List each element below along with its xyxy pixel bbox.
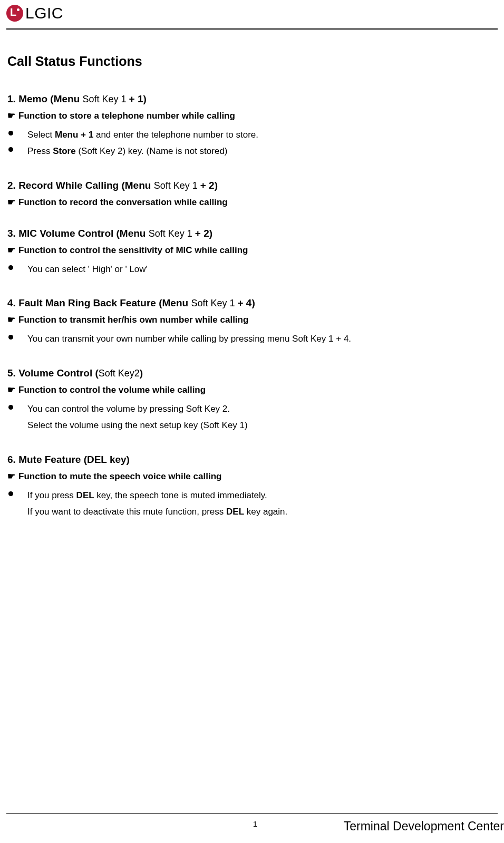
list-item: Press Store (Soft Key 2) key. (Name is n… <box>7 143 497 159</box>
footer-divider <box>6 813 498 814</box>
list-item: If you want to deactivate this mute func… <box>7 503 497 520</box>
section-title-a: Fault Man Ring Back Feature (Menu <box>18 297 191 308</box>
item-pre: You can control the volume by pressing S… <box>27 404 230 414</box>
function-text: Function to control the sensitivity of M… <box>18 245 248 255</box>
section-2: 2. Record While Calling (Menu Soft Key 1… <box>7 180 497 208</box>
section-heading: 4. Fault Man Ring Back Feature (Menu Sof… <box>7 297 497 309</box>
bullet-icon <box>8 265 13 270</box>
item-pre: If you want to deactivate this mute func… <box>27 507 226 517</box>
section-title-a: Record While Calling (Menu <box>18 180 154 191</box>
item-bold: Store <box>53 146 75 156</box>
item-pre: You can select ' High' or ' Low' <box>27 264 148 274</box>
item-pre: Select the volume using the next setup k… <box>27 420 248 430</box>
item-bold: DEL <box>76 490 94 500</box>
section-title-a: Memo (Menu <box>18 93 82 104</box>
pointer-icon: ☛ <box>7 385 15 395</box>
section-heading: 1. Memo (Menu Soft Key 1 + 1) <box>7 93 497 105</box>
section-number: 3. <box>7 228 18 239</box>
function-text: Function to transmit her/his own number … <box>18 315 248 325</box>
function-description: ☛Function to control the sensitivity of … <box>7 245 497 256</box>
item-pre: Select <box>27 130 55 140</box>
section-number: 2. <box>7 180 18 191</box>
list-item: You can select ' High' or ' Low' <box>7 261 497 277</box>
lg-logo-icon <box>6 5 23 22</box>
page-title: Call Status Functions <box>7 54 497 69</box>
item-post: and enter the telephone number to store. <box>93 130 258 140</box>
bullet-list: You can transmit your own number while c… <box>7 331 497 347</box>
section-6: 6. Mute Feature (DEL key)☛Function to mu… <box>7 454 497 520</box>
section-title-b: ) <box>140 367 143 379</box>
bullet-icon <box>8 147 13 152</box>
section-title-key: Soft Key 1 <box>191 298 237 308</box>
section-number: 1. <box>7 93 18 104</box>
pointer-icon: ☛ <box>7 245 15 255</box>
bullet-icon <box>8 491 13 496</box>
function-description: ☛Function to mute the speech voice while… <box>7 471 497 482</box>
bullet-list: Select Menu + 1 and enter the telephone … <box>7 127 497 160</box>
page-number: 1 <box>253 819 257 828</box>
header: LGIC <box>0 0 504 28</box>
section-title-b: + 2) <box>200 180 218 191</box>
item-post: key again. <box>244 507 287 517</box>
list-item: Select the volume using the next setup k… <box>7 417 497 433</box>
pointer-icon: ☛ <box>7 197 15 207</box>
section-title-key: Soft Key 1 <box>149 228 195 239</box>
logo-text: LGIC <box>25 4 63 22</box>
function-text: Function to record the conversation whil… <box>18 197 228 207</box>
bullet-list: If you press DEL key, the speech tone is… <box>7 487 497 520</box>
list-item: You can transmit your own number while c… <box>7 331 497 347</box>
function-description: ☛Function to control the volume while ca… <box>7 384 497 395</box>
function-text: Function to mute the speech voice while … <box>18 471 221 481</box>
section-title-key: Soft Key2 <box>99 368 140 379</box>
section-4: 4. Fault Man Ring Back Feature (Menu Sof… <box>7 297 497 347</box>
pointer-icon: ☛ <box>7 471 15 481</box>
section-title-key: Soft Key 1 <box>154 180 200 191</box>
item-post: (Soft Key 2) key. (Name is not stored) <box>76 146 228 156</box>
section-title-a: MIC Volume Control (Menu <box>18 228 149 239</box>
pointer-icon: ☛ <box>7 111 15 121</box>
section-number: 5. <box>7 367 18 379</box>
function-text: Function to control the volume while cal… <box>18 385 206 395</box>
section-3: 3. MIC Volume Control (Menu Soft Key 1 +… <box>7 228 497 277</box>
function-description: ☛Function to transmit her/his own number… <box>7 314 497 325</box>
item-bold: DEL <box>226 507 244 517</box>
item-pre: You can transmit your own number while c… <box>27 334 351 344</box>
list-item: You can control the volume by pressing S… <box>7 401 497 417</box>
footer-text: Terminal Development Center <box>344 819 504 834</box>
item-bold: Menu + 1 <box>55 130 93 140</box>
item-post: key, the speech tone is muted immediatel… <box>94 490 267 500</box>
section-heading: 3. MIC Volume Control (Menu Soft Key 1 +… <box>7 228 497 239</box>
bullet-icon <box>8 335 13 340</box>
function-description: ☛Function to record the conversation whi… <box>7 197 497 208</box>
bullet-icon <box>8 405 13 410</box>
section-heading: 6. Mute Feature (DEL key) <box>7 454 497 466</box>
list-item: Select Menu + 1 and enter the telephone … <box>7 127 497 143</box>
section-title-b: + 1) <box>129 93 147 104</box>
logo: LGIC <box>6 4 63 22</box>
bullet-list: You can select ' High' or ' Low' <box>7 261 497 277</box>
function-description: ☛Function to store a telephone number wh… <box>7 110 497 121</box>
pointer-icon: ☛ <box>7 315 15 325</box>
section-heading: 5. Volume Control (Soft Key2) <box>7 367 497 379</box>
section-title-b: + 4) <box>237 297 255 308</box>
item-pre: If you press <box>27 490 76 500</box>
section-title-key: Soft Key 1 <box>83 94 129 104</box>
content: Call Status Functions 1. Memo (Menu Soft… <box>0 30 504 520</box>
footer: 1 Terminal Development Center <box>6 813 504 834</box>
list-item: If you press DEL key, the speech tone is… <box>7 487 497 503</box>
item-pre: Press <box>27 146 53 156</box>
section-number: 4. <box>7 297 18 308</box>
bullet-list: You can control the volume by pressing S… <box>7 401 497 434</box>
section-title-b: + 2) <box>195 228 212 239</box>
section-heading: 2. Record While Calling (Menu Soft Key 1… <box>7 180 497 191</box>
bullet-icon <box>8 131 13 135</box>
section-title-a: Volume Control ( <box>18 367 99 379</box>
section-title-a: Mute Feature (DEL key) <box>18 454 130 465</box>
section-number: 6. <box>7 454 18 465</box>
function-text: Function to store a telephone number whi… <box>18 111 235 121</box>
section-5: 5. Volume Control (Soft Key2)☛Function t… <box>7 367 497 434</box>
section-1: 1. Memo (Menu Soft Key 1 + 1)☛Function t… <box>7 93 497 160</box>
